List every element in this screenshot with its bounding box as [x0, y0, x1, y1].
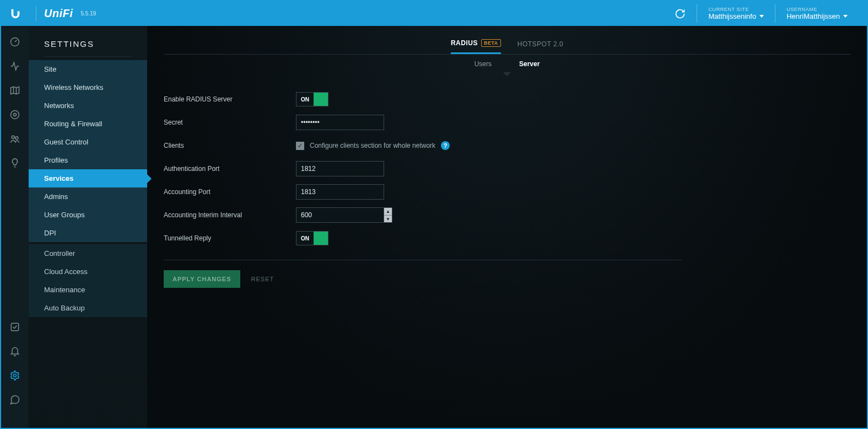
sidebar-group-site: Site Wireless Networks Networks Routing …: [29, 60, 147, 242]
chevron-down-icon: [759, 15, 764, 18]
beta-badge: BETA: [481, 39, 501, 47]
nav-admins[interactable]: Admins: [29, 187, 147, 206]
tab-hotspot-label: HOTSPOT 2.0: [517, 40, 563, 48]
svg-point-4: [15, 137, 18, 140]
primary-tabs: RADIUS BETA HOTSPOT 2.0: [164, 36, 850, 55]
clients-checkbox[interactable]: ✓: [296, 142, 304, 150]
svg-rect-5: [11, 323, 18, 330]
reset-button[interactable]: RESET: [251, 276, 274, 282]
acct-interval-input[interactable]: [296, 207, 384, 223]
toggle-knob: [314, 93, 328, 106]
top-bar: UniFi 5.5.19 CURRENT SITE Matthijsseninf…: [1, 1, 867, 26]
clients-hint: Configure clients section for whole netw…: [310, 142, 435, 149]
subtab-users[interactable]: Users: [475, 60, 492, 68]
nav-profiles[interactable]: Profiles: [29, 151, 147, 169]
username-block[interactable]: USERNAME HenriMatthijssen: [775, 4, 859, 23]
svg-point-6: [14, 374, 17, 377]
ubiquiti-logo-icon: [9, 8, 21, 20]
dashboard-icon[interactable]: [9, 36, 21, 48]
tunnelled-reply-toggle[interactable]: ON: [296, 231, 328, 245]
nav-dpi[interactable]: DPI: [29, 224, 147, 242]
main-panel: RADIUS BETA HOTSPOT 2.0 Users Server Ena…: [147, 26, 867, 428]
settings-icon[interactable]: [9, 369, 21, 382]
nav-networks[interactable]: Networks: [29, 96, 147, 115]
tunnelled-reply-label: Tunnelled Reply: [164, 234, 296, 242]
secret-input[interactable]: [296, 115, 384, 130]
settings-sidebar: SETTINGS Site Wireless Networks Networks…: [29, 26, 147, 428]
current-site-block[interactable]: CURRENT SITE Matthijsseninfo: [697, 4, 775, 23]
devices-icon[interactable]: [9, 109, 21, 121]
subtab-server[interactable]: Server: [519, 60, 540, 68]
tab-radius-label: RADIUS: [451, 39, 478, 47]
acct-port-input[interactable]: [296, 184, 384, 200]
insights-icon[interactable]: [9, 157, 21, 169]
radius-server-form: Enable RADIUS Server ON Secret Clients ✓: [164, 88, 682, 288]
svg-point-3: [12, 136, 14, 138]
nav-maintenance[interactable]: Maintenance: [29, 281, 147, 299]
sidebar-group-controller: Controller Cloud Access Maintenance Auto…: [29, 244, 147, 317]
current-site-value: Matthijsseninfo: [708, 12, 756, 20]
nav-cloud-access[interactable]: Cloud Access: [29, 262, 147, 281]
activity-icon[interactable]: [9, 60, 21, 72]
acct-port-label: Accounting Port: [164, 188, 296, 196]
secret-label: Secret: [164, 119, 296, 126]
map-icon[interactable]: [9, 84, 21, 96]
icon-rail: [1, 26, 29, 428]
auth-port-label: Authentication Port: [164, 165, 296, 173]
toggle-on-text: ON: [296, 96, 314, 103]
spinner-down-icon[interactable]: ▼: [384, 215, 392, 222]
secondary-tabs: Users Server: [164, 55, 850, 76]
number-spinner[interactable]: ▲ ▼: [384, 207, 392, 223]
tab-radius[interactable]: RADIUS BETA: [451, 36, 501, 54]
chat-icon[interactable]: [9, 394, 21, 406]
toggle-knob: [314, 232, 328, 245]
nav-site[interactable]: Site: [29, 60, 147, 78]
toggle-on-text: ON: [296, 235, 314, 242]
nav-guest-control[interactable]: Guest Control: [29, 133, 147, 151]
nav-wireless-networks[interactable]: Wireless Networks: [29, 78, 147, 96]
apply-changes-button[interactable]: APPLY CHANGES: [164, 270, 240, 288]
username-label: USERNAME: [786, 7, 848, 12]
alerts-icon[interactable]: [9, 345, 21, 357]
topbar-divider: [36, 6, 36, 22]
enable-radius-label: Enable RADIUS Server: [164, 95, 296, 103]
events-icon[interactable]: [9, 321, 21, 333]
version-text: 5.5.19: [81, 10, 96, 17]
nav-user-groups[interactable]: User Groups: [29, 206, 147, 224]
nav-auto-backup[interactable]: Auto Backup: [29, 299, 147, 317]
help-icon[interactable]: ?: [441, 141, 450, 150]
refresh-icon[interactable]: [675, 8, 686, 19]
clients-label: Clients: [164, 142, 296, 149]
chevron-down-icon: [843, 15, 848, 18]
enable-radius-toggle[interactable]: ON: [296, 92, 328, 106]
spinner-up-icon[interactable]: ▲: [384, 208, 392, 215]
current-site-label: CURRENT SITE: [708, 7, 764, 12]
clients-icon[interactable]: [9, 133, 21, 145]
nav-routing-firewall[interactable]: Routing & Firewall: [29, 115, 147, 133]
nav-services[interactable]: Services: [29, 169, 147, 187]
tab-hotspot[interactable]: HOTSPOT 2.0: [517, 36, 563, 54]
brand-text: UniFi: [44, 7, 73, 20]
nav-controller[interactable]: Controller: [29, 244, 147, 262]
sidebar-title: SETTINGS: [29, 34, 147, 56]
username-value: HenriMatthijssen: [786, 12, 840, 20]
svg-point-1: [11, 111, 19, 119]
auth-port-input[interactable]: [296, 161, 384, 176]
svg-point-2: [14, 114, 17, 116]
acct-interval-label: Accounting Interim Interval: [164, 211, 296, 219]
form-actions: APPLY CHANGES RESET: [164, 260, 682, 288]
